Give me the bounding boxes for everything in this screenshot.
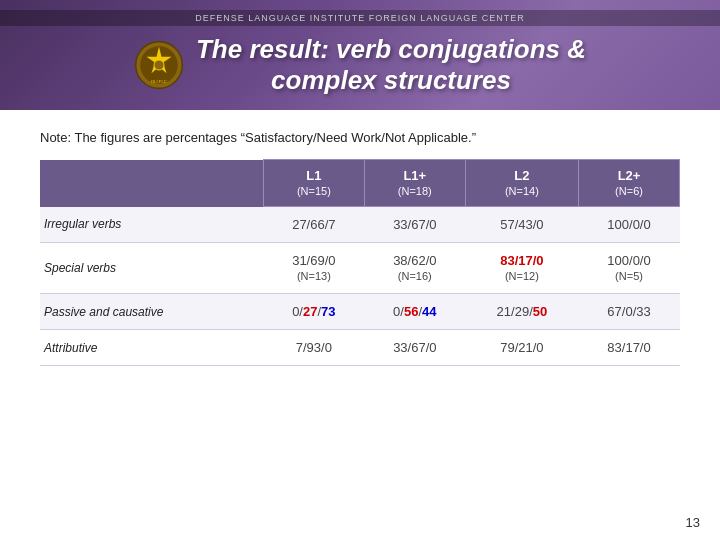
- col-header-l2: L2(N=14): [465, 160, 578, 207]
- title-line2: complex structures: [196, 65, 586, 96]
- cell-l1: 7/93/0: [263, 330, 364, 366]
- cell-l1: 27/66/7: [263, 207, 364, 243]
- header-logo-area: DLI FLC The result: verb conjugations & …: [0, 26, 720, 106]
- table-row: Attributive 7/93/0 33/67/0 79/21/0 83/17…: [40, 330, 680, 366]
- data-table: L1(N=15) L1+(N=18) L2(N=14) L2+(N=6) Irr…: [40, 159, 680, 366]
- col-header-l2plus: L2+(N=6): [579, 160, 680, 207]
- table-row: Passive and causative 0/27/73 0/56/44 21…: [40, 294, 680, 330]
- col-header-label: [40, 160, 263, 207]
- cell-l1: 31/69/0(N=13): [263, 243, 364, 294]
- header-title: The result: verb conjugations & complex …: [196, 34, 586, 96]
- cell-l2: 79/21/0: [465, 330, 578, 366]
- cell-l2: 57/43/0: [465, 207, 578, 243]
- col-header-l1: L1(N=15): [263, 160, 364, 207]
- row-label: Special verbs: [40, 243, 263, 294]
- cell-l1plus: 0/56/44: [364, 294, 465, 330]
- note-text: Note: The figures are percentages “Satis…: [40, 130, 680, 145]
- table-header-row: L1(N=15) L1+(N=18) L2(N=14) L2+(N=6): [40, 160, 680, 207]
- cell-l1plus: 33/67/0: [364, 330, 465, 366]
- col-header-l1plus: L1+(N=18): [364, 160, 465, 207]
- row-label: Attributive: [40, 330, 263, 366]
- main-content: Note: The figures are percentages “Satis…: [0, 110, 720, 376]
- row-label: Passive and causative: [40, 294, 263, 330]
- cell-l2plus: 83/17/0: [579, 330, 680, 366]
- table-row: Special verbs 31/69/0(N=13) 38/62/0(N=16…: [40, 243, 680, 294]
- header: Defense Language Institute Foreign Langu…: [0, 0, 720, 110]
- row-label: Irregular verbs: [40, 207, 263, 243]
- cell-l2: 83/17/0(N=12): [465, 243, 578, 294]
- cell-l1plus: 33/67/0: [364, 207, 465, 243]
- cell-l1plus: 38/62/0(N=16): [364, 243, 465, 294]
- svg-point-3: [154, 60, 164, 70]
- cell-l2plus: 100/0/0: [579, 207, 680, 243]
- table-row: Irregular verbs 27/66/7 33/67/0 57/43/0 …: [40, 207, 680, 243]
- page-number: 13: [686, 515, 700, 530]
- institute-name: Defense Language Institute Foreign Langu…: [0, 10, 720, 26]
- cell-l1: 0/27/73: [263, 294, 364, 330]
- cell-l2: 21/29/50: [465, 294, 578, 330]
- cell-l2plus: 100/0/0(N=5): [579, 243, 680, 294]
- title-line1: The result: verb conjugations &: [196, 34, 586, 65]
- svg-text:DLI FLC: DLI FLC: [151, 80, 166, 85]
- cell-l2plus: 67/0/33: [579, 294, 680, 330]
- emblem-icon: DLI FLC: [134, 40, 184, 90]
